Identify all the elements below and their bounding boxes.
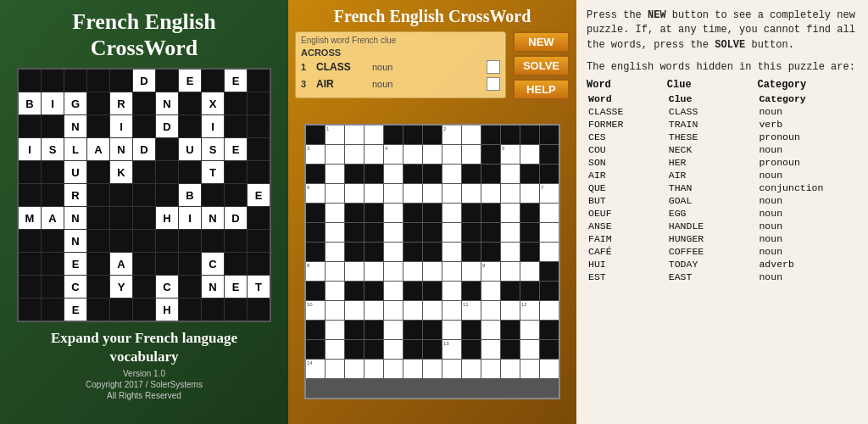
cell-9-9: E: [225, 276, 247, 298]
pcell: [520, 340, 539, 359]
pcell: [326, 262, 344, 281]
table-cell-clue: TRAIN: [667, 118, 758, 131]
cell-5-0: [19, 184, 41, 206]
cell-6-0: M: [19, 207, 41, 229]
cell-9-10: T: [248, 276, 270, 298]
cell-10-6: H: [156, 298, 178, 321]
table-cell-clue: NECK: [667, 143, 758, 156]
clue-checkbox-3[interactable]: [487, 77, 500, 91]
pcell: [403, 165, 422, 183]
pcell: [442, 282, 461, 300]
pcell: [423, 262, 442, 281]
table-cell-category: conjunction: [757, 181, 858, 194]
pcell: 14: [306, 360, 325, 378]
new-button[interactable]: NEW: [513, 31, 570, 53]
cell-7-10: [248, 230, 270, 252]
cell-4-8: T: [202, 161, 224, 183]
pcell: [501, 184, 520, 203]
cell-4-5: [133, 161, 155, 183]
cell-0-6: [156, 70, 178, 92]
header-clue: Clue: [667, 78, 758, 92]
pcell: [501, 301, 520, 320]
pcell: [423, 184, 442, 203]
cell-2-10: [248, 115, 270, 137]
cell-9-1: [42, 276, 64, 298]
input-row: English word French clue ACROSS 1 CLASS …: [295, 31, 570, 100]
cell-0-1: [42, 70, 64, 92]
cell-10-5: [133, 298, 155, 321]
clue-checkbox-1[interactable]: [487, 60, 500, 74]
table-row: FORMERTRAINverb: [587, 118, 858, 131]
cell-8-2: E: [64, 253, 86, 275]
table-cell-word: BUT: [587, 194, 667, 207]
right-panel: Press the NEW button to see a completely…: [576, 0, 868, 424]
pcell: [481, 360, 500, 378]
table-cell-category: pronoun: [757, 131, 858, 143]
table-row: SONHERpronoun: [587, 156, 858, 169]
cell-9-5: [133, 276, 155, 298]
table-cell-word: EST: [587, 271, 667, 283]
pcell: [306, 223, 325, 242]
pcell: [520, 262, 539, 281]
cell-6-4: [110, 207, 132, 229]
pcell: [403, 223, 422, 242]
cell-6-8: N: [202, 207, 224, 229]
cell-0-10: [248, 70, 270, 92]
pcell: [481, 282, 500, 300]
pcell: [520, 126, 539, 144]
pcell: [462, 223, 481, 242]
pcell: [326, 243, 344, 261]
cell-10-0: [19, 298, 41, 321]
word-table-body: WordClueCategoryCLASSECLASSnounFORMERTRA…: [587, 92, 858, 283]
left-rights: All Rights Reserved: [51, 391, 237, 400]
pcell: [364, 145, 383, 164]
cell-1-8: X: [202, 92, 224, 114]
table-cell-clue: GOAL: [667, 194, 758, 207]
table-row: HUITODAYadverb: [587, 258, 858, 271]
table-row: QUETHANconjunction: [587, 181, 858, 194]
table-cell-clue: THAN: [667, 181, 758, 194]
pcell: [540, 321, 559, 339]
pcell: [520, 243, 539, 261]
cell-4-9: [225, 161, 247, 183]
table-cell-category: noun: [757, 207, 858, 220]
pcell: [501, 243, 520, 261]
solve-button[interactable]: SOLVE: [513, 55, 570, 76]
cell-9-8: N: [202, 276, 224, 298]
cell-1-9: [225, 92, 247, 114]
word-table: Word Clue Category WordClueCategoryCLASS…: [587, 78, 858, 283]
table-cell-category: verb: [757, 118, 858, 131]
table-row: ESTEASTnoun: [587, 271, 858, 283]
table-cell-word: FORMER: [587, 118, 667, 131]
table-cell-word: FAIM: [587, 232, 667, 245]
cell-3-6: [156, 138, 178, 160]
pcell: [481, 243, 500, 261]
pcell: [345, 360, 364, 378]
pcell: [306, 204, 325, 222]
table-cell-word: AIR: [587, 169, 667, 181]
pcell: [481, 204, 500, 222]
cell-1-4: R: [110, 92, 132, 114]
pcell: [462, 282, 481, 300]
pcell: [364, 243, 383, 261]
pcell: [462, 262, 481, 281]
cell-1-6: N: [156, 92, 178, 114]
cell-9-0: [19, 276, 41, 298]
cell-10-8: [202, 298, 224, 321]
puzzle-grid: 1 2 3 4 5: [304, 124, 560, 399]
cell-8-5: [133, 253, 155, 275]
pcell: [501, 360, 520, 378]
pcell: [326, 204, 344, 222]
cell-4-0: [19, 161, 41, 183]
table-label-row: WordClueCategory: [587, 92, 858, 105]
cell-1-10: [248, 92, 270, 114]
pcell: [384, 360, 403, 378]
table-cell-category: adverb: [757, 258, 858, 271]
table-cell-clue: COFFEE: [667, 245, 758, 258]
cell-5-1: [42, 184, 64, 206]
pcell: [520, 223, 539, 242]
table-cell-clue: CLASS: [667, 105, 758, 118]
help-button[interactable]: HELP: [513, 79, 570, 100]
pcell: [364, 360, 383, 378]
pcell: [423, 223, 442, 242]
